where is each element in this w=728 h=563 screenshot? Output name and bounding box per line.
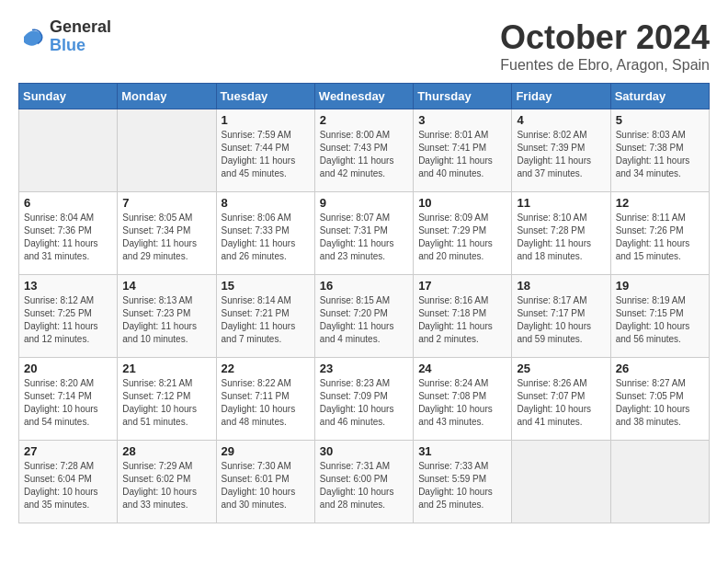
day-number: 2 bbox=[320, 113, 408, 127]
day-number: 23 bbox=[320, 362, 408, 375]
location-title: Fuentes de Ebro, Aragon, Spain bbox=[500, 57, 710, 74]
day-number: 10 bbox=[418, 196, 506, 210]
day-info: Sunrise: 8:17 AM Sunset: 7:17 PM Dayligh… bbox=[517, 294, 605, 346]
month-title: October 2024 bbox=[500, 18, 710, 57]
calendar-cell bbox=[118, 109, 216, 192]
calendar-cell: 19Sunrise: 8:19 AM Sunset: 7:15 PM Dayli… bbox=[610, 275, 709, 358]
day-info: Sunrise: 8:04 AM Sunset: 7:36 PM Dayligh… bbox=[24, 212, 112, 263]
day-info: Sunrise: 8:02 AM Sunset: 7:39 PM Dayligh… bbox=[517, 129, 605, 180]
calendar-cell: 27Sunrise: 7:28 AM Sunset: 6:04 PM Dayli… bbox=[19, 441, 118, 523]
day-number: 24 bbox=[418, 362, 506, 375]
calendar-cell: 2Sunrise: 8:00 AM Sunset: 7:43 PM Daylig… bbox=[314, 109, 413, 192]
day-info: Sunrise: 7:31 AM Sunset: 6:00 PM Dayligh… bbox=[320, 460, 408, 511]
calendar-week-0: 1Sunrise: 7:59 AM Sunset: 7:44 PM Daylig… bbox=[19, 109, 710, 192]
calendar-cell: 8Sunrise: 8:06 AM Sunset: 7:33 PM Daylig… bbox=[216, 192, 314, 275]
day-header-sunday: Sunday bbox=[19, 84, 118, 109]
logo: GeneralBlue bbox=[18, 18, 111, 55]
calendar-cell: 21Sunrise: 8:21 AM Sunset: 7:12 PM Dayli… bbox=[118, 358, 216, 441]
day-info: Sunrise: 8:22 AM Sunset: 7:11 PM Dayligh… bbox=[222, 377, 310, 429]
day-info: Sunrise: 7:30 AM Sunset: 6:01 PM Dayligh… bbox=[222, 460, 310, 511]
day-number: 14 bbox=[122, 279, 210, 293]
calendar-cell: 18Sunrise: 8:17 AM Sunset: 7:17 PM Dayli… bbox=[512, 275, 610, 358]
day-number: 11 bbox=[517, 196, 605, 210]
day-info: Sunrise: 8:00 AM Sunset: 7:43 PM Dayligh… bbox=[320, 129, 408, 180]
day-number: 15 bbox=[222, 279, 310, 293]
day-info: Sunrise: 8:15 AM Sunset: 7:20 PM Dayligh… bbox=[320, 294, 408, 346]
calendar-cell: 5Sunrise: 8:03 AM Sunset: 7:38 PM Daylig… bbox=[610, 109, 709, 192]
calendar-cell: 3Sunrise: 8:01 AM Sunset: 7:41 PM Daylig… bbox=[414, 109, 512, 192]
day-number: 3 bbox=[418, 113, 506, 127]
day-info: Sunrise: 8:26 AM Sunset: 7:07 PM Dayligh… bbox=[517, 377, 605, 429]
day-info: Sunrise: 8:21 AM Sunset: 7:12 PM Dayligh… bbox=[122, 377, 210, 429]
day-number: 16 bbox=[320, 279, 408, 293]
calendar-cell: 12Sunrise: 8:11 AM Sunset: 7:26 PM Dayli… bbox=[610, 192, 709, 275]
day-info: Sunrise: 7:33 AM Sunset: 5:59 PM Dayligh… bbox=[418, 460, 506, 511]
day-info: Sunrise: 8:06 AM Sunset: 7:33 PM Dayligh… bbox=[222, 212, 310, 263]
calendar-cell: 28Sunrise: 7:29 AM Sunset: 6:02 PM Dayli… bbox=[118, 441, 216, 523]
day-info: Sunrise: 8:03 AM Sunset: 7:38 PM Dayligh… bbox=[616, 129, 704, 180]
calendar-week-1: 6Sunrise: 8:04 AM Sunset: 7:36 PM Daylig… bbox=[19, 192, 710, 275]
day-number: 9 bbox=[320, 196, 408, 210]
day-number: 26 bbox=[616, 362, 704, 375]
day-number: 12 bbox=[616, 196, 704, 210]
calendar-week-2: 13Sunrise: 8:12 AM Sunset: 7:25 PM Dayli… bbox=[19, 275, 710, 358]
calendar-cell: 26Sunrise: 8:27 AM Sunset: 7:05 PM Dayli… bbox=[610, 358, 709, 441]
calendar-cell: 10Sunrise: 8:09 AM Sunset: 7:29 PM Dayli… bbox=[414, 192, 512, 275]
day-header-friday: Friday bbox=[512, 84, 610, 109]
day-info: Sunrise: 8:13 AM Sunset: 7:23 PM Dayligh… bbox=[122, 294, 210, 346]
day-number: 28 bbox=[122, 444, 210, 458]
day-number: 29 bbox=[222, 444, 310, 458]
page-header: GeneralBlue October 2024 Fuentes de Ebro… bbox=[18, 18, 710, 74]
day-number: 1 bbox=[222, 113, 310, 127]
calendar-cell bbox=[512, 441, 610, 523]
logo-icon bbox=[18, 23, 46, 51]
day-number: 20 bbox=[24, 362, 112, 375]
day-info: Sunrise: 8:24 AM Sunset: 7:08 PM Dayligh… bbox=[418, 377, 506, 429]
calendar-cell: 6Sunrise: 8:04 AM Sunset: 7:36 PM Daylig… bbox=[19, 192, 118, 275]
day-info: Sunrise: 8:07 AM Sunset: 7:31 PM Dayligh… bbox=[320, 212, 408, 263]
calendar-cell: 23Sunrise: 8:23 AM Sunset: 7:09 PM Dayli… bbox=[314, 358, 413, 441]
day-number: 8 bbox=[222, 196, 310, 210]
calendar-cell: 22Sunrise: 8:22 AM Sunset: 7:11 PM Dayli… bbox=[216, 358, 314, 441]
calendar-cell: 29Sunrise: 7:30 AM Sunset: 6:01 PM Dayli… bbox=[216, 441, 314, 523]
calendar-week-4: 27Sunrise: 7:28 AM Sunset: 6:04 PM Dayli… bbox=[19, 441, 710, 523]
day-number: 6 bbox=[24, 196, 112, 210]
day-number: 13 bbox=[24, 279, 112, 293]
day-info: Sunrise: 8:14 AM Sunset: 7:21 PM Dayligh… bbox=[222, 294, 310, 346]
day-info: Sunrise: 8:23 AM Sunset: 7:09 PM Dayligh… bbox=[320, 377, 408, 429]
calendar-cell: 25Sunrise: 8:26 AM Sunset: 7:07 PM Dayli… bbox=[512, 358, 610, 441]
day-info: Sunrise: 8:05 AM Sunset: 7:34 PM Dayligh… bbox=[122, 212, 210, 263]
day-info: Sunrise: 7:59 AM Sunset: 7:44 PM Dayligh… bbox=[222, 129, 310, 180]
day-info: Sunrise: 8:16 AM Sunset: 7:18 PM Dayligh… bbox=[418, 294, 506, 346]
day-info: Sunrise: 7:28 AM Sunset: 6:04 PM Dayligh… bbox=[24, 460, 112, 511]
day-number: 27 bbox=[24, 444, 112, 458]
day-number: 30 bbox=[320, 444, 408, 458]
day-number: 18 bbox=[517, 279, 605, 293]
calendar-cell: 13Sunrise: 8:12 AM Sunset: 7:25 PM Dayli… bbox=[19, 275, 118, 358]
day-info: Sunrise: 8:12 AM Sunset: 7:25 PM Dayligh… bbox=[24, 294, 112, 346]
calendar-cell: 20Sunrise: 8:20 AM Sunset: 7:14 PM Dayli… bbox=[19, 358, 118, 441]
day-info: Sunrise: 8:11 AM Sunset: 7:26 PM Dayligh… bbox=[616, 212, 704, 263]
day-info: Sunrise: 8:10 AM Sunset: 7:28 PM Dayligh… bbox=[517, 212, 605, 263]
day-info: Sunrise: 8:27 AM Sunset: 7:05 PM Dayligh… bbox=[616, 377, 704, 429]
day-number: 4 bbox=[517, 113, 605, 127]
calendar-cell: 15Sunrise: 8:14 AM Sunset: 7:21 PM Dayli… bbox=[216, 275, 314, 358]
calendar-cell bbox=[610, 441, 709, 523]
day-number: 21 bbox=[122, 362, 210, 375]
day-number: 25 bbox=[517, 362, 605, 375]
day-info: Sunrise: 8:09 AM Sunset: 7:29 PM Dayligh… bbox=[418, 212, 506, 263]
calendar-cell: 14Sunrise: 8:13 AM Sunset: 7:23 PM Dayli… bbox=[118, 275, 216, 358]
day-info: Sunrise: 8:01 AM Sunset: 7:41 PM Dayligh… bbox=[418, 129, 506, 180]
title-block: October 2024 Fuentes de Ebro, Aragon, Sp… bbox=[500, 18, 710, 74]
calendar-cell: 30Sunrise: 7:31 AM Sunset: 6:00 PM Dayli… bbox=[314, 441, 413, 523]
day-header-tuesday: Tuesday bbox=[216, 84, 314, 109]
calendar-table: SundayMondayTuesdayWednesdayThursdayFrid… bbox=[18, 83, 710, 523]
day-number: 31 bbox=[418, 444, 506, 458]
calendar-cell: 16Sunrise: 8:15 AM Sunset: 7:20 PM Dayli… bbox=[314, 275, 413, 358]
day-number: 19 bbox=[616, 279, 704, 293]
calendar-cell: 31Sunrise: 7:33 AM Sunset: 5:59 PM Dayli… bbox=[414, 441, 512, 523]
day-info: Sunrise: 7:29 AM Sunset: 6:02 PM Dayligh… bbox=[122, 460, 210, 511]
calendar-cell: 7Sunrise: 8:05 AM Sunset: 7:34 PM Daylig… bbox=[118, 192, 216, 275]
calendar-cell: 1Sunrise: 7:59 AM Sunset: 7:44 PM Daylig… bbox=[216, 109, 314, 192]
day-number: 5 bbox=[616, 113, 704, 127]
